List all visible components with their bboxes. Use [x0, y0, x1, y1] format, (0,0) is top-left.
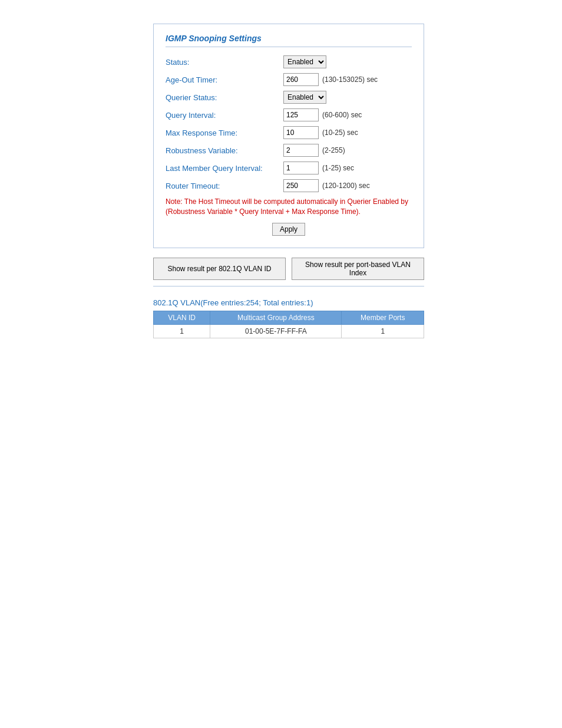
robustness-variable-input[interactable] — [283, 144, 319, 157]
vlan-section: 802.1Q VLAN(Free entries:254; Total entr… — [153, 298, 424, 338]
query-interval-control: (60-600) sec — [283, 108, 362, 121]
age-out-timer-row: Age-Out Timer: (130-153025) sec — [166, 73, 412, 86]
vlan-header-row: VLAN ID Multicast Group Address Member P… — [154, 311, 424, 324]
querier-status-select[interactable]: Enabled Disabled — [283, 91, 326, 104]
querier-status-label: Querier Status: — [166, 93, 283, 102]
robustness-variable-label: Robustness Variable: — [166, 146, 283, 155]
settings-panel: IGMP Snooping Settings Status: Enabled D… — [153, 24, 424, 248]
age-out-timer-range: (130-153025) sec — [322, 75, 378, 84]
show-8021q-button[interactable]: Show result per 802.1Q VLAN ID — [153, 258, 286, 280]
vlan-table-body: 101-00-5E-7F-FF-FA1 — [154, 324, 424, 338]
vlan-id-header: VLAN ID — [154, 311, 210, 324]
router-timeout-input[interactable] — [283, 179, 319, 192]
divider — [153, 286, 424, 286]
age-out-timer-control: (130-153025) sec — [283, 73, 378, 86]
robustness-variable-row: Robustness Variable: (2-255) — [166, 144, 412, 157]
age-out-timer-label: Age-Out Timer: — [166, 75, 283, 84]
router-timeout-row: Router Timeout: (120-1200) sec — [166, 179, 412, 192]
query-interval-row: Query Interval: (60-600) sec — [166, 108, 412, 121]
page-wrapper: IGMP Snooping Settings Status: Enabled D… — [0, 0, 562, 362]
last-member-query-label: Last Member Query Interval: — [166, 164, 283, 173]
main-content: IGMP Snooping Settings Status: Enabled D… — [153, 24, 550, 338]
status-control: Enabled Disabled — [283, 55, 326, 68]
last-member-query-control: (1-25) sec — [283, 162, 354, 174]
max-response-time-row: Max Response Time: (10-25) sec — [166, 126, 412, 139]
show-port-based-button[interactable]: Show result per port-based VLAN Index — [292, 258, 424, 280]
button-row: Show result per 802.1Q VLAN ID Show resu… — [153, 258, 424, 280]
status-label: Status: — [166, 58, 283, 67]
max-response-time-control: (10-25) sec — [283, 126, 358, 139]
multicast-group-header: Multicast Group Address — [210, 311, 342, 324]
querier-status-row: Querier Status: Enabled Disabled — [166, 91, 412, 104]
query-interval-input[interactable] — [283, 108, 319, 121]
router-timeout-control: (120-1200) sec — [283, 179, 370, 192]
last-member-query-input[interactable] — [283, 162, 319, 174]
query-interval-range: (60-600) sec — [322, 111, 362, 119]
robustness-variable-range: (2-255) — [322, 146, 345, 154]
note-text: Note: The Host Timeout will be computed … — [166, 197, 412, 217]
max-response-time-input[interactable] — [283, 126, 319, 139]
vlan-title: 802.1Q VLAN(Free entries:254; Total entr… — [153, 298, 424, 307]
query-interval-label: Query Interval: — [166, 111, 283, 120]
table-row: 101-00-5E-7F-FF-FA1 — [154, 324, 424, 338]
max-response-time-label: Max Response Time: — [166, 129, 283, 137]
robustness-variable-control: (2-255) — [283, 144, 345, 157]
max-response-time-range: (10-25) sec — [322, 129, 358, 137]
vlan-table: VLAN ID Multicast Group Address Member P… — [153, 311, 424, 338]
vlan-table-header: VLAN ID Multicast Group Address Member P… — [154, 311, 424, 324]
member-ports-header: Member Ports — [342, 311, 424, 324]
router-timeout-label: Router Timeout: — [166, 182, 283, 190]
status-select[interactable]: Enabled Disabled — [283, 55, 326, 68]
multicast-group-cell: 01-00-5E-7F-FF-FA — [210, 324, 342, 338]
status-row: Status: Enabled Disabled — [166, 55, 412, 68]
last-member-query-row: Last Member Query Interval: (1-25) sec — [166, 162, 412, 174]
age-out-timer-input[interactable] — [283, 73, 319, 86]
router-timeout-range: (120-1200) sec — [322, 182, 370, 190]
querier-status-control: Enabled Disabled — [283, 91, 326, 104]
apply-button[interactable]: Apply — [272, 223, 305, 236]
vlan-id-cell: 1 — [154, 324, 210, 338]
member-ports-cell: 1 — [342, 324, 424, 338]
panel-title: IGMP Snooping Settings — [166, 34, 412, 47]
last-member-query-range: (1-25) sec — [322, 164, 354, 172]
